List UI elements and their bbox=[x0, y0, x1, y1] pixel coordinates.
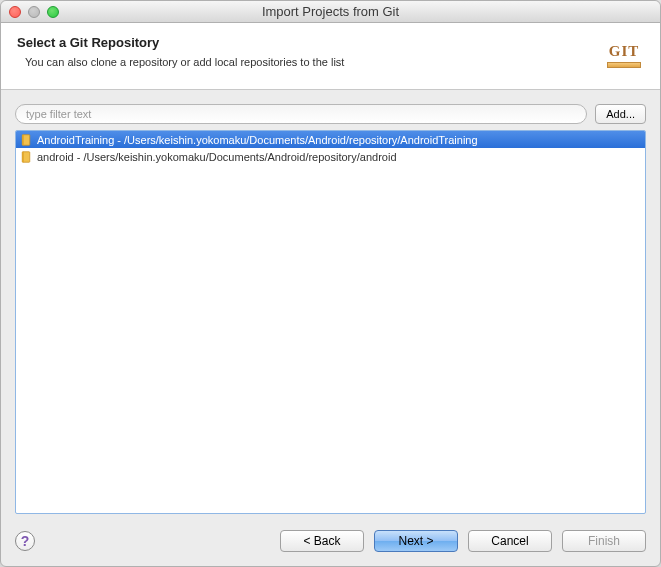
back-button[interactable]: < Back bbox=[280, 530, 364, 552]
close-icon[interactable] bbox=[9, 6, 21, 18]
wizard-header: Select a Git Repository You can also clo… bbox=[1, 23, 660, 90]
header-text-block: Select a Git Repository You can also clo… bbox=[17, 35, 344, 68]
git-logo-text: GIT bbox=[609, 43, 640, 60]
repository-item[interactable]: AndroidTraining - /Users/keishin.yokomak… bbox=[16, 131, 645, 148]
titlebar: Import Projects from Git bbox=[1, 1, 660, 23]
page-subtitle: You can also clone a repository or add l… bbox=[25, 56, 344, 68]
finish-button: Finish bbox=[562, 530, 646, 552]
wizard-buttons: < Back Next > Cancel Finish bbox=[280, 530, 646, 552]
import-wizard-window: Import Projects from Git Select a Git Re… bbox=[0, 0, 661, 567]
repository-label: android - /Users/keishin.yokomaku/Docume… bbox=[37, 151, 397, 163]
content-area: Add... AndroidTraining - /Users/keishin.… bbox=[1, 90, 660, 520]
help-icon[interactable]: ? bbox=[15, 531, 35, 551]
repository-icon bbox=[20, 151, 32, 163]
filter-row: Add... bbox=[15, 104, 646, 124]
repository-item[interactable]: android - /Users/keishin.yokomaku/Docume… bbox=[16, 148, 645, 165]
git-logo-icon: GIT bbox=[604, 35, 644, 75]
svg-rect-1 bbox=[22, 134, 24, 145]
filter-input[interactable] bbox=[15, 104, 587, 124]
minimize-icon bbox=[28, 6, 40, 18]
cancel-button[interactable]: Cancel bbox=[468, 530, 552, 552]
wizard-footer: ? < Back Next > Cancel Finish bbox=[1, 520, 660, 566]
repository-icon bbox=[20, 134, 32, 146]
add-button[interactable]: Add... bbox=[595, 104, 646, 124]
git-logo-bar bbox=[607, 62, 641, 68]
repository-list[interactable]: AndroidTraining - /Users/keishin.yokomak… bbox=[15, 130, 646, 514]
svg-rect-3 bbox=[22, 151, 24, 162]
page-title: Select a Git Repository bbox=[17, 35, 344, 50]
window-controls bbox=[1, 6, 59, 18]
zoom-icon[interactable] bbox=[47, 6, 59, 18]
next-button[interactable]: Next > bbox=[374, 530, 458, 552]
window-title: Import Projects from Git bbox=[1, 4, 660, 19]
repository-label: AndroidTraining - /Users/keishin.yokomak… bbox=[37, 134, 478, 146]
